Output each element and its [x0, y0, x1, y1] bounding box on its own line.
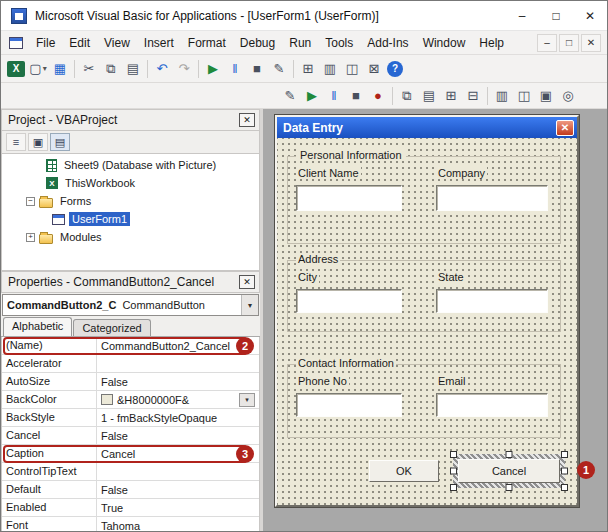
- chevron-down-icon[interactable]: ▾: [241, 295, 258, 315]
- same-size-icon[interactable]: ▣: [535, 85, 557, 107]
- toolbox-icon[interactable]: ⊠: [363, 58, 385, 80]
- frame-address[interactable]: Address City State: [287, 260, 561, 332]
- run2-icon[interactable]: ▶: [301, 85, 323, 107]
- property-row-font[interactable]: Font Tahoma: [2, 517, 259, 531]
- center-icon[interactable]: ◫: [513, 85, 535, 107]
- paste-icon[interactable]: ▤: [122, 58, 144, 80]
- project-close-icon[interactable]: ✕: [239, 113, 255, 127]
- selection-handle[interactable]: [561, 484, 568, 491]
- frame-personal-information[interactable]: Personal Information Client Name Company: [287, 156, 561, 244]
- property-row-accelerator[interactable]: Accelerator: [2, 355, 259, 373]
- cancel-button[interactable]: Cancel: [458, 459, 560, 483]
- tree-item-forms[interactable]: − Forms: [2, 192, 259, 210]
- menu-insert[interactable]: Insert: [137, 33, 181, 53]
- design-mode2-icon[interactable]: ✎: [279, 85, 301, 107]
- align-icon[interactable]: ▥: [491, 85, 513, 107]
- reset-icon[interactable]: ■: [246, 58, 268, 80]
- selection-handle[interactable]: [561, 468, 568, 475]
- design-mode-icon[interactable]: ✎: [268, 58, 290, 80]
- project-explorer-icon[interactable]: ⊞: [297, 58, 319, 80]
- menu-addins[interactable]: Add-Ins: [360, 33, 415, 53]
- tree-item-sheet9[interactable]: Sheet9 (Database with Picture): [2, 156, 259, 174]
- properties-close-icon[interactable]: ✕: [239, 275, 255, 289]
- child-restore-button[interactable]: □: [559, 34, 579, 52]
- tab-alphabetic[interactable]: Alphabetic: [3, 317, 72, 336]
- menu-tools[interactable]: Tools: [318, 33, 360, 53]
- textbox-phone-no[interactable]: [296, 393, 402, 417]
- label-phone-no[interactable]: Phone No: [296, 375, 349, 387]
- close-button[interactable]: ✕: [573, 1, 607, 31]
- maximize-button[interactable]: □: [539, 1, 573, 31]
- tree-item-modules[interactable]: + Modules: [2, 228, 259, 246]
- label-email[interactable]: Email: [436, 375, 468, 387]
- textbox-email[interactable]: [436, 393, 548, 417]
- textbox-city[interactable]: [296, 289, 402, 313]
- run-icon[interactable]: ▶: [202, 58, 224, 80]
- toggle-folders-icon[interactable]: ▤: [50, 133, 70, 151]
- menu-format[interactable]: Format: [181, 33, 233, 53]
- bring-to-front-icon[interactable]: ⧉: [396, 85, 418, 107]
- minimize-button[interactable]: –: [505, 1, 539, 31]
- selection-handle[interactable]: [506, 484, 513, 491]
- child-close-button[interactable]: ✕: [581, 34, 601, 52]
- menu-edit[interactable]: Edit: [62, 33, 97, 53]
- label-company[interactable]: Company: [436, 167, 487, 179]
- property-row-default[interactable]: Default False: [2, 481, 259, 499]
- collapse-icon[interactable]: −: [26, 197, 35, 206]
- menu-help[interactable]: Help: [472, 33, 511, 53]
- cut-icon[interactable]: ✂: [78, 58, 100, 80]
- menu-file[interactable]: File: [29, 33, 62, 53]
- child-minimize-button[interactable]: –: [537, 34, 557, 52]
- property-row-name[interactable]: (Name) CommandButton2_Cancel 2: [2, 337, 259, 355]
- textbox-state[interactable]: [436, 289, 548, 313]
- help-icon[interactable]: ?: [387, 61, 403, 77]
- tree-item-thisworkbook[interactable]: X ThisWorkbook: [2, 174, 259, 192]
- frame-contact-information[interactable]: Contact Information Phone No Email: [287, 364, 561, 438]
- undo-icon[interactable]: ↶: [151, 58, 173, 80]
- property-row-cancel[interactable]: Cancel False: [2, 427, 259, 445]
- view-code-icon[interactable]: ≡: [6, 133, 26, 151]
- userform-titlebar[interactable]: Data Entry ✕: [277, 117, 577, 138]
- selection-handle[interactable]: [561, 451, 568, 458]
- selection-handle[interactable]: [450, 484, 457, 491]
- menu-run[interactable]: Run: [282, 33, 318, 53]
- label-city[interactable]: City: [296, 271, 319, 283]
- textbox-company[interactable]: [436, 185, 548, 211]
- menu-view[interactable]: View: [97, 33, 137, 53]
- insert-userform-icon[interactable]: ▢ ▾: [27, 58, 49, 80]
- textbox-client-name[interactable]: [296, 185, 402, 211]
- properties-window-icon[interactable]: ▥: [319, 58, 341, 80]
- ok-button[interactable]: OK: [369, 460, 439, 482]
- copy-icon[interactable]: ⧉: [100, 58, 122, 80]
- group-icon[interactable]: ⊞: [440, 85, 462, 107]
- break-icon[interactable]: ‖: [224, 58, 246, 80]
- menu-window[interactable]: Window: [416, 33, 473, 53]
- breakpoint-icon[interactable]: ●: [367, 85, 389, 107]
- object-selector[interactable]: CommandButton2_C CommandButton ▾: [2, 294, 259, 316]
- tree-item-userform1[interactable]: UserForm1: [2, 210, 259, 228]
- property-row-backcolor[interactable]: BackColor &H8000000F& ▾: [2, 391, 259, 409]
- tab-categorized[interactable]: Categorized: [73, 319, 150, 336]
- property-row-enabled[interactable]: Enabled True: [2, 499, 259, 517]
- property-row-backstyle[interactable]: BackStyle 1 - fmBackStyleOpaque: [2, 409, 259, 427]
- userform-canvas[interactable]: Personal Information Client Name Company…: [277, 138, 577, 505]
- cancel-button-selection[interactable]: Cancel: [453, 454, 565, 488]
- break2-icon[interactable]: ‖: [323, 85, 345, 107]
- send-to-back-icon[interactable]: ▤: [418, 85, 440, 107]
- selection-handle[interactable]: [450, 451, 457, 458]
- property-row-autosize[interactable]: AutoSize False: [2, 373, 259, 391]
- reset2-icon[interactable]: ■: [345, 85, 367, 107]
- excel-icon[interactable]: X: [7, 61, 25, 77]
- ungroup-icon[interactable]: ⊟: [462, 85, 484, 107]
- selection-handle[interactable]: [506, 451, 513, 458]
- view-object-icon[interactable]: ▣: [28, 133, 48, 151]
- property-row-caption[interactable]: Caption Cancel 3: [2, 445, 259, 463]
- expand-icon[interactable]: +: [26, 233, 35, 242]
- label-client-name[interactable]: Client Name: [296, 167, 361, 179]
- zoom-icon[interactable]: ◎: [557, 85, 579, 107]
- save-icon[interactable]: ▦: [49, 58, 71, 80]
- userform-close-icon[interactable]: ✕: [556, 120, 574, 136]
- chevron-down-icon[interactable]: ▾: [239, 393, 255, 407]
- label-state[interactable]: State: [436, 271, 466, 283]
- redo-icon[interactable]: ↷: [173, 58, 195, 80]
